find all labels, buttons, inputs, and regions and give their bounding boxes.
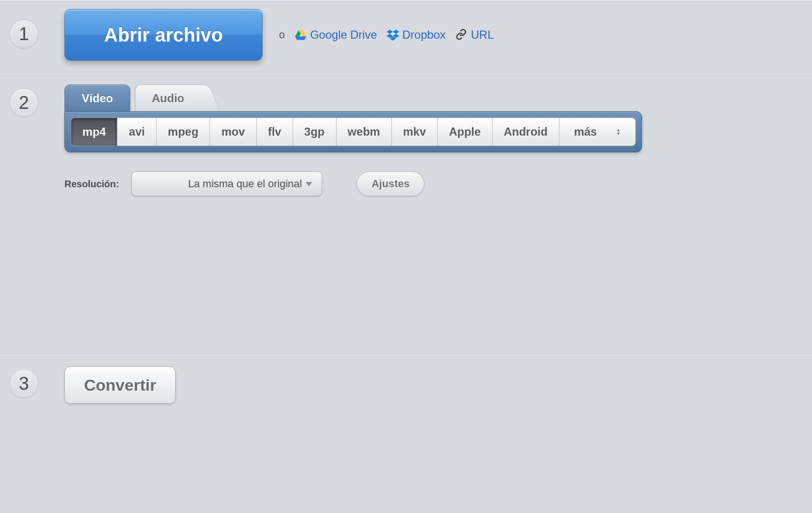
format-apple[interactable]: Apple	[438, 118, 493, 146]
step-1-section: 1 Abrir archivo o Google Drive Dropbox	[0, 0, 812, 73]
format-mp4[interactable]: mp4	[71, 118, 117, 146]
google-drive-icon	[295, 29, 307, 41]
file-sources-row: o Google Drive Dropbox URL	[279, 9, 494, 61]
chevron-down-icon	[306, 182, 312, 186]
settings-button[interactable]: Ajustes	[357, 171, 424, 196]
link-icon	[455, 29, 467, 41]
google-drive-link[interactable]: Google Drive	[295, 28, 377, 42]
format-webm[interactable]: webm	[337, 118, 392, 146]
stepper-icon: ▲▼	[616, 128, 621, 135]
tab-video[interactable]: Vídeo	[64, 85, 130, 111]
format-more-label: más	[574, 125, 597, 139]
format-mkv[interactable]: mkv	[392, 118, 438, 146]
svg-marker-4	[393, 30, 399, 34]
svg-marker-2	[295, 36, 306, 40]
format-bar-container: mp4 avi mpeg mov flv 3gp webm mkv Apple …	[64, 111, 642, 152]
resolution-label: Resolución:	[64, 179, 119, 190]
open-file-button[interactable]: Abrir archivo	[64, 9, 263, 61]
url-label: URL	[471, 28, 494, 42]
format-android[interactable]: Android	[493, 118, 559, 146]
dropbox-icon	[387, 29, 399, 41]
dropbox-link[interactable]: Dropbox	[387, 28, 446, 42]
format-more[interactable]: más ▲▼	[559, 118, 635, 146]
svg-marker-3	[387, 30, 393, 34]
media-tabs: Vídeo Audio	[64, 85, 812, 111]
google-drive-label: Google Drive	[310, 28, 377, 42]
tab-audio[interactable]: Audio	[135, 85, 201, 111]
format-mov[interactable]: mov	[210, 118, 256, 146]
step-badge-3: 3	[10, 369, 38, 398]
format-flv[interactable]: flv	[257, 118, 293, 146]
resolution-select[interactable]: La misma que el original	[131, 171, 322, 196]
step-badge-2: 2	[10, 88, 38, 117]
format-3gp[interactable]: 3gp	[293, 118, 337, 146]
options-row: Resolución: La misma que el original Aju…	[64, 171, 812, 196]
step-badge-1: 1	[10, 20, 38, 48]
convert-button[interactable]: Convertir	[64, 366, 176, 404]
url-link[interactable]: URL	[455, 28, 494, 42]
step-2-section: 2 Vídeo Audio mp4 avi mpeg mov flv 3gp w…	[0, 73, 812, 354]
step-3-section: 3 Convertir	[0, 354, 812, 512]
dropbox-label: Dropbox	[402, 28, 446, 42]
format-bar: mp4 avi mpeg mov flv 3gp webm mkv Apple …	[71, 118, 636, 146]
format-mpeg[interactable]: mpeg	[157, 118, 210, 146]
or-label: o	[279, 29, 285, 41]
resolution-value: La misma que el original	[188, 178, 302, 190]
format-avi[interactable]: avi	[117, 118, 157, 146]
